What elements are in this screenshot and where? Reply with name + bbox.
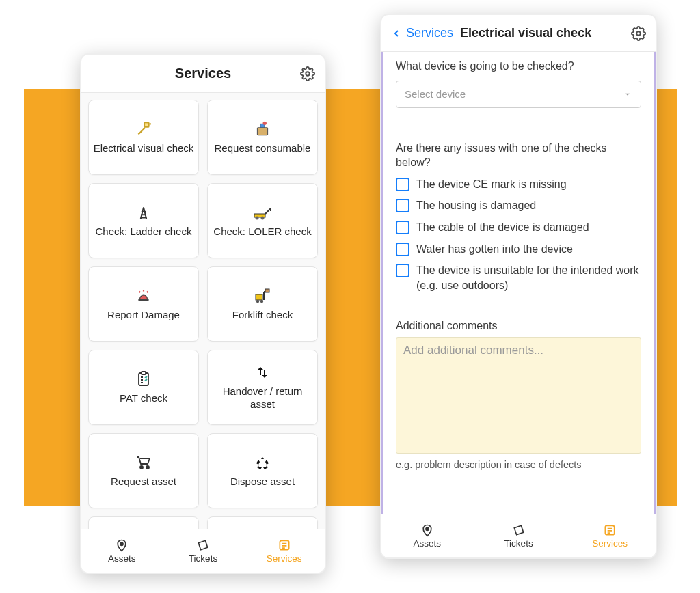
device-select[interactable]: Select device — [396, 81, 641, 108]
card-label: Check: LOLER check — [213, 225, 311, 238]
card-label: Electrical visual check — [94, 142, 194, 155]
decorative-band-mid — [321, 89, 386, 506]
nav-label: Assets — [108, 553, 136, 564]
comments-hint: e.g. problem description in case of defe… — [396, 459, 641, 470]
checkbox[interactable] — [396, 178, 409, 191]
recycle-icon — [254, 454, 271, 471]
card-label: Dispose asset — [230, 475, 295, 488]
settings-button[interactable] — [300, 66, 315, 81]
service-card-dispose-asset[interactable]: Dispose asset — [207, 433, 318, 508]
transfer-icon — [254, 363, 271, 381]
box-icon — [254, 120, 271, 138]
phone-service-detail: Services Electrical visual check What de… — [380, 14, 657, 559]
service-card-loler-check[interactable]: Check: LOLER check — [207, 183, 318, 258]
form-panel: What device is going to be checked? Sele… — [381, 52, 656, 514]
service-card-request-asset[interactable]: Request asset — [88, 433, 199, 508]
card-label: Request asset — [111, 475, 176, 488]
bottom-nav: Assets Tickets Services — [81, 529, 325, 573]
ticket-icon — [196, 538, 211, 552]
pin-icon — [420, 523, 434, 537]
check-row[interactable]: The device CE mark is missing — [396, 177, 641, 192]
svg-rect-2 — [257, 127, 267, 135]
svg-point-16 — [146, 466, 149, 469]
svg-rect-12 — [265, 289, 269, 292]
card-label: Check: Ladder check — [96, 225, 192, 238]
service-card-electrical-visual-check[interactable]: Electrical visual check — [88, 100, 199, 175]
svg-point-6 — [256, 216, 259, 219]
comments-label: Additional comments — [396, 318, 641, 333]
chevron-left-icon — [391, 27, 402, 40]
alarm-icon — [135, 287, 152, 305]
check-row[interactable]: The housing is damaged — [396, 198, 641, 213]
service-card-request-consumable[interactable]: Request consumable — [207, 100, 318, 175]
question-device: What device is going to be checked? — [396, 59, 641, 74]
check-row[interactable]: The device is unsuitable for the intende… — [396, 263, 641, 292]
comments-input[interactable]: Add additional comments... — [396, 337, 641, 454]
service-card-forklift-check[interactable]: Forklift check — [207, 266, 318, 342]
breadcrumb[interactable]: Services — [406, 26, 453, 40]
check-row[interactable]: Water has gotten into the device — [396, 242, 641, 257]
card-label: Handover / return asset — [212, 385, 313, 411]
page-title: Services — [175, 66, 231, 81]
svg-point-0 — [306, 72, 310, 76]
card-label: PAT check — [120, 392, 167, 405]
nav-label: Services — [592, 538, 628, 549]
svg-rect-14 — [142, 372, 146, 374]
nav-label: Tickets — [504, 538, 533, 549]
svg-point-26 — [426, 527, 429, 530]
checkbox[interactable] — [396, 199, 409, 212]
service-card-handover-return[interactable]: Handover / return asset — [207, 350, 318, 425]
check-label: The device CE mark is missing — [416, 177, 567, 192]
svg-point-10 — [256, 299, 259, 302]
chevron-down-icon — [623, 89, 632, 99]
pin-icon — [115, 538, 129, 552]
list-icon — [603, 523, 617, 537]
nav-services[interactable]: Services — [564, 514, 656, 557]
svg-rect-1 — [144, 122, 149, 127]
card-label: Report Damage — [107, 309, 180, 322]
crane-icon — [252, 204, 273, 221]
decorative-band-right — [656, 89, 677, 506]
nav-label: Services — [267, 553, 302, 564]
check-row[interactable]: The cable of the device is damaged — [396, 220, 641, 235]
svg-point-4 — [263, 121, 267, 124]
service-card-pat-check[interactable]: PAT check — [88, 350, 199, 425]
checklist: The device CE mark is missing The housin… — [396, 177, 641, 293]
svg-point-25 — [636, 31, 641, 36]
svg-point-7 — [261, 216, 265, 219]
list-icon — [278, 538, 291, 552]
nav-label: Assets — [414, 538, 442, 549]
check-label: The cable of the device is damaged — [416, 220, 589, 235]
forklift-icon — [253, 287, 272, 305]
cart-icon — [135, 454, 152, 471]
services-grid: Electrical visual check Request consumab… — [81, 93, 325, 529]
card-label: Request consumable — [215, 142, 311, 155]
phone-services: Services Electrical visual check Request… — [80, 53, 326, 574]
header: Services Electrical visual check — [381, 15, 656, 52]
nav-tickets[interactable]: Tickets — [163, 529, 244, 573]
service-card-ladder-check[interactable]: Check: Ladder check — [88, 183, 199, 258]
checkbox[interactable] — [396, 243, 409, 256]
nav-assets[interactable]: Assets — [381, 514, 473, 557]
settings-button[interactable] — [631, 26, 646, 41]
svg-point-23 — [120, 542, 123, 545]
checkbox[interactable] — [396, 264, 409, 277]
check-label: The device is unsuitable for the intende… — [416, 263, 641, 292]
clipboard-icon — [135, 370, 152, 388]
page-title: Electrical visual check — [460, 26, 591, 40]
nav-services[interactable]: Services — [243, 529, 325, 573]
service-card-cut-2[interactable] — [207, 516, 318, 529]
nav-assets[interactable]: Assets — [81, 529, 163, 573]
ticket-icon — [511, 523, 526, 537]
gear-icon — [631, 26, 646, 41]
bottom-nav: Assets Tickets Services — [381, 514, 656, 557]
back-button[interactable] — [391, 27, 402, 40]
service-card-cut-1[interactable] — [88, 516, 199, 529]
check-label: Water has gotten into the device — [416, 242, 573, 257]
form-body: What device is going to be checked? Sele… — [381, 52, 656, 514]
nav-tickets[interactable]: Tickets — [473, 514, 565, 557]
comments-placeholder: Add additional comments... — [403, 344, 543, 357]
service-card-report-damage[interactable]: Report Damage — [88, 266, 199, 342]
checkbox[interactable] — [396, 221, 409, 234]
svg-rect-9 — [256, 294, 262, 300]
